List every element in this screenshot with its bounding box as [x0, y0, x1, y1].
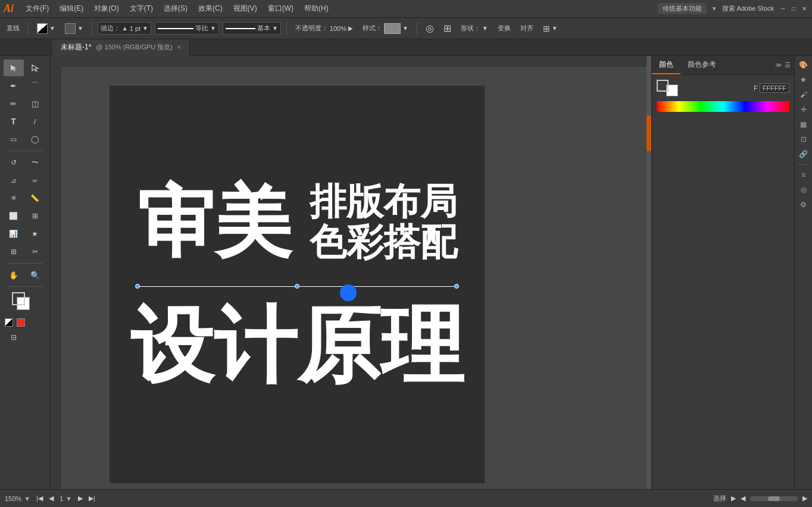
handle-left[interactable] — [135, 284, 140, 289]
menu-text[interactable]: 文字(T) — [125, 2, 158, 15]
edge-color-btn[interactable]: 🎨 — [797, 58, 810, 71]
status-scrollbar[interactable] — [750, 496, 798, 501]
edge-layers-btn[interactable]: ▦ — [797, 118, 810, 131]
search-stock[interactable]: 搜索 Adobe Stock — [722, 4, 774, 13]
width-tool[interactable]: ⊿ — [4, 172, 24, 189]
hex-display[interactable]: FFFFFF — [760, 83, 789, 93]
eyedropper-tool[interactable]: ✳ — [4, 190, 24, 206]
stroke-up[interactable]: ▲ — [122, 25, 128, 32]
edge-settings-btn[interactable]: ⚙ — [797, 198, 810, 211]
shape-arrow[interactable]: ▼ — [77, 25, 83, 32]
stroke-arrow[interactable]: ▼ — [49, 25, 55, 32]
preset-dropdown[interactable]: 传统基本功能 — [658, 3, 707, 14]
blend-tool[interactable]: ∞ — [25, 172, 45, 189]
nav-next[interactable]: ▶ — [78, 495, 83, 502]
chart-tool[interactable]: 📊 — [4, 226, 24, 242]
menu-view[interactable]: 视图(V) — [229, 2, 262, 15]
edge-star-btn[interactable]: ★ — [797, 73, 810, 86]
stroke-color-swatch[interactable]: ▼ — [34, 22, 58, 35]
menu-file[interactable]: 文件(F) — [21, 2, 54, 15]
panel-tab-color-ref[interactable]: 颜色参考 — [680, 56, 723, 74]
shape-box[interactable] — [65, 23, 76, 34]
scrollbar-thumb[interactable] — [647, 115, 651, 151]
line-tool[interactable]: / — [25, 113, 45, 130]
status-scroll-thumb[interactable] — [768, 496, 780, 501]
panel-expand-icon[interactable]: ≫ — [775, 61, 782, 69]
divider-line[interactable] — [138, 286, 457, 287]
opacity-icon[interactable]: ◎ — [423, 21, 437, 35]
slice-tool[interactable]: ✂ — [25, 243, 45, 260]
color-spectrum[interactable] — [657, 101, 789, 112]
menu-object[interactable]: 对象(O) — [89, 2, 123, 15]
edge-circle-btn[interactable]: ◎ — [797, 183, 810, 196]
stroke-value[interactable]: 1 pt — [130, 25, 140, 32]
panel-tab-color[interactable]: 颜色 — [652, 56, 680, 74]
normal-screen[interactable]: ⊟ — [4, 329, 24, 346]
preset-arrow[interactable]: ▼ — [711, 5, 717, 12]
scroll-right[interactable]: ▶ — [802, 495, 807, 502]
edge-nav-btn[interactable]: ✛ — [797, 103, 810, 116]
base-dropdown[interactable]: 基本 ▼ — [223, 22, 281, 35]
close-button[interactable]: ✕ — [800, 5, 808, 13]
menu-help[interactable]: 帮助(H) — [299, 2, 333, 15]
style-field[interactable]: 样式： ▼ — [360, 22, 411, 35]
transform-options[interactable]: ⊞ — [441, 21, 454, 35]
stroke-width-field[interactable]: 描边： ▲ 1 pt ▼ — [98, 22, 151, 35]
stroke-swatch-tool[interactable] — [12, 292, 25, 305]
opacity-arrow[interactable]: ▶ — [348, 25, 353, 32]
playback-btn[interactable]: ▶ — [731, 495, 736, 502]
type-tool[interactable]: T — [4, 113, 24, 130]
eraser-tool[interactable]: ◫ — [25, 95, 45, 112]
nav-start[interactable]: |◀ — [36, 495, 43, 502]
transform-btn[interactable]: 变换 — [495, 23, 514, 34]
opacity-value[interactable]: 100% — [330, 25, 346, 32]
hand-tool[interactable]: ✋ — [4, 267, 24, 283]
extra-icons[interactable]: ⊞ ▼ — [540, 23, 561, 35]
menu-effect[interactable]: 效果(C) — [193, 2, 227, 15]
shape-swatch[interactable]: ▼ — [62, 22, 86, 35]
nav-triangle[interactable]: ◀ — [741, 495, 745, 502]
ratio-arrow[interactable]: ▼ — [210, 25, 216, 32]
maximize-button[interactable]: □ — [789, 5, 798, 13]
stroke-color-swatch-panel[interactable] — [657, 80, 669, 92]
right-scrollbar[interactable] — [647, 56, 651, 489]
align-btn[interactable]: 对齐 — [517, 23, 536, 34]
minimize-button[interactable]: ─ — [779, 5, 787, 13]
red-swatch-small[interactable] — [17, 318, 25, 327]
menu-window[interactable]: 窗口(W) — [263, 2, 298, 15]
shape-label-btn[interactable]: 形状： ▼ — [458, 23, 491, 34]
edge-menu-icon[interactable]: ≡ — [797, 168, 810, 181]
mesh-tool[interactable]: ⊞ — [25, 208, 45, 224]
zoom-tool[interactable]: 🔍 — [25, 267, 45, 283]
page-arrow[interactable]: ▼ — [65, 495, 72, 502]
style-swatch[interactable] — [384, 23, 401, 34]
symbol-tool[interactable]: ★ — [25, 226, 45, 242]
gradient-tool[interactable]: ⬜ — [4, 208, 24, 224]
stroke-down[interactable]: ▼ — [142, 25, 148, 32]
select-tool[interactable] — [4, 60, 24, 76]
reset-colors-icon[interactable] — [5, 318, 13, 327]
nav-end[interactable]: ▶| — [89, 495, 95, 502]
panel-menu-icon[interactable]: ☰ — [785, 61, 791, 69]
pencil-tool[interactable]: ✏ — [4, 95, 24, 112]
handle-right[interactable] — [454, 284, 459, 289]
ellipse-tool[interactable]: ◯ — [25, 131, 45, 148]
warp-tool[interactable]: 〜 — [25, 154, 45, 171]
zoom-arrow[interactable]: ▼ — [24, 495, 30, 502]
document-tab[interactable]: 未标题-1* @ 150% (RGB/GPU 预览) × — [52, 39, 190, 56]
edge-artboard-btn[interactable]: ⊡ — [797, 133, 810, 146]
opacity-field[interactable]: 不透明度： 100% ▶ — [292, 23, 356, 34]
menu-select[interactable]: 选择(S) — [159, 2, 192, 15]
measure-tool[interactable]: 📏 — [25, 190, 45, 206]
divider-line-container[interactable] — [138, 280, 457, 292]
stroke-line-preview[interactable]: 等比 ▼ — [155, 22, 219, 35]
tab-close-btn[interactable]: × — [177, 44, 181, 51]
rotate-tool[interactable]: ↺ — [4, 154, 24, 171]
curvature-tool[interactable]: ⌒ — [25, 77, 45, 94]
rectangle-tool[interactable]: ▭ — [4, 131, 24, 148]
menu-edit[interactable]: 编辑(E) — [55, 2, 88, 15]
stroke-swatch[interactable] — [37, 23, 48, 34]
edge-brush-btn[interactable]: 🖌 — [797, 88, 810, 101]
nav-prev[interactable]: ◀ — [49, 495, 54, 502]
design-canvas[interactable]: 审美 排版布局 色彩搭配 设计原理 — [110, 86, 485, 483]
